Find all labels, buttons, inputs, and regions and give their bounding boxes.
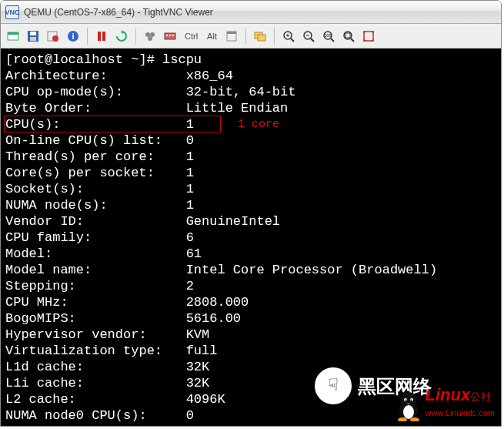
- svg-point-38: [403, 405, 414, 419]
- window-title: QEMU (CentOS-7-x86_64) - TightVNC Viewer: [24, 7, 213, 18]
- terminal-row: Model: 61: [5, 246, 496, 262]
- svg-rect-34: [345, 33, 350, 38]
- svg-rect-4: [30, 37, 36, 41]
- vnc-icon: VNC: [5, 5, 19, 19]
- annotation-text: 1 core: [238, 116, 279, 132]
- svg-text:i: i: [72, 32, 74, 41]
- svg-line-30: [331, 39, 334, 42]
- terminal[interactable]: [root@localhost ~]# lscpu Architecture: …: [1, 49, 501, 426]
- terminal-row: Virtualization type: full: [5, 343, 496, 359]
- svg-rect-19: [227, 32, 236, 34]
- watermark-icon: ☟: [315, 367, 352, 404]
- file-transfer-button[interactable]: [251, 27, 269, 45]
- svg-rect-15: [166, 35, 168, 36]
- svg-point-6: [52, 35, 58, 42]
- svg-line-27: [311, 39, 314, 42]
- watermark-linux-text: Linux公社 www.Linuxidc.com: [426, 387, 495, 421]
- toolbar: i Ctrl Alt 100: [1, 24, 501, 49]
- terminal-row: Thread(s) per core: 1: [5, 149, 496, 165]
- terminal-row: CPU family: 6: [5, 230, 496, 246]
- terminal-row: CPU MHz: 2808.000: [5, 294, 496, 310]
- svg-point-11: [145, 32, 150, 37]
- svg-rect-17: [172, 35, 174, 36]
- svg-rect-9: [98, 32, 101, 41]
- svg-point-42: [410, 400, 412, 401]
- penguin-icon: [395, 389, 422, 421]
- options-button[interactable]: [44, 27, 62, 45]
- terminal-row: Byte Order: Little Endian: [5, 100, 496, 116]
- svg-rect-16: [169, 35, 171, 36]
- svg-rect-10: [102, 32, 105, 41]
- terminal-row: Core(s) per socket: 1: [5, 165, 496, 181]
- zoom-in-button[interactable]: [279, 27, 298, 45]
- terminal-row: NUMA node(s): 1: [5, 197, 496, 213]
- alt-key-button[interactable]: Alt: [203, 29, 221, 43]
- svg-line-33: [351, 39, 354, 42]
- prompt-line: [root@localhost ~]# lscpu: [5, 52, 496, 68]
- svg-rect-1: [8, 32, 18, 35]
- terminal-row: Architecture: x86_64: [5, 68, 496, 84]
- titlebar[interactable]: VNC QEMU (CentOS-7-x86_64) - TightVNC Vi…: [1, 1, 501, 24]
- save-button[interactable]: [24, 27, 42, 45]
- app-window: VNC QEMU (CentOS-7-x86_64) - TightVNC Vi…: [0, 0, 502, 427]
- send-keys-button[interactable]: [161, 27, 179, 45]
- toolbar-button[interactable]: [222, 27, 241, 45]
- watermark-linux: Linux公社 www.Linuxidc.com: [395, 387, 495, 421]
- prompt-line: [root@localhost ~]# _: [5, 424, 496, 426]
- terminal-row: Hypervisor vendor: KVM: [5, 327, 496, 343]
- svg-point-13: [148, 36, 152, 41]
- toolbar-separator: [274, 28, 275, 45]
- zoom-fit-button[interactable]: [339, 27, 358, 45]
- new-connection-button[interactable]: [4, 27, 22, 45]
- svg-rect-21: [258, 35, 265, 41]
- terminal-row: Vendor ID: GenuineIntel: [5, 213, 496, 230]
- svg-point-41: [405, 400, 406, 401]
- svg-line-23: [291, 39, 294, 42]
- zoom-100-button[interactable]: 100: [319, 27, 338, 45]
- fullscreen-button[interactable]: [359, 27, 378, 45]
- refresh-button[interactable]: [112, 27, 131, 45]
- svg-text:100: 100: [325, 33, 332, 38]
- terminal-row: Model name: Intel Core Processor (Broadw…: [5, 262, 496, 278]
- terminal-row: Stepping: 2: [5, 278, 496, 294]
- terminal-row: Socket(s): 1: [5, 181, 496, 197]
- terminal-row: On-line CPU(s) list: 0: [5, 132, 496, 149]
- info-button[interactable]: i: [64, 27, 82, 45]
- zoom-out-button[interactable]: [299, 27, 318, 45]
- svg-rect-3: [30, 32, 36, 35]
- toolbar-separator: [135, 28, 136, 45]
- svg-point-12: [150, 32, 155, 37]
- toolbar-separator: [87, 28, 88, 45]
- pause-button[interactable]: [92, 27, 111, 45]
- ctrl-alt-del-button[interactable]: [141, 27, 159, 45]
- svg-rect-35: [364, 32, 373, 41]
- ctrl-key-button[interactable]: Ctrl: [181, 29, 202, 43]
- terminal-row: CPU op-mode(s): 32-bit, 64-bit: [5, 84, 496, 100]
- terminal-row: BogoMIPS: 5616.00: [5, 310, 496, 327]
- toolbar-separator: [245, 28, 246, 45]
